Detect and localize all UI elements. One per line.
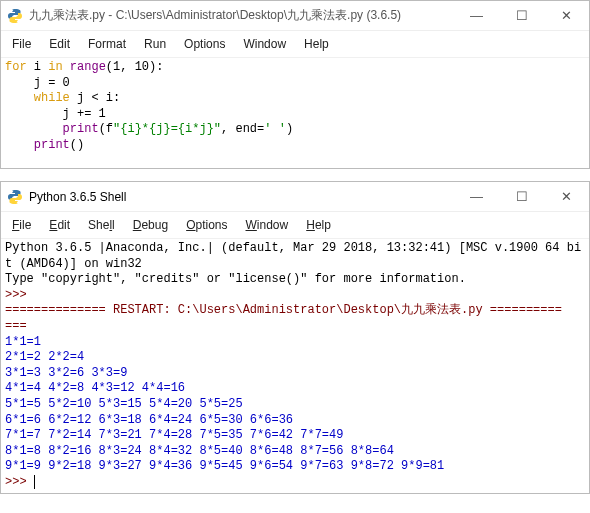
minimize-button[interactable]: —	[454, 1, 499, 31]
shell-window: Python 3.6.5 Shell — ☐ ✕ FileEditShellDe…	[0, 181, 590, 494]
menu-debug[interactable]: Debug	[124, 216, 177, 234]
shell-title: Python 3.6.5 Shell	[29, 190, 454, 204]
menu-format[interactable]: Format	[79, 35, 135, 53]
window-buttons: — ☐ ✕	[454, 1, 589, 31]
maximize-button[interactable]: ☐	[499, 1, 544, 31]
banner-text: Type "copyright", "credits" or "license(…	[5, 272, 466, 286]
editor-menubar: File Edit Format Run Options Window Help	[1, 31, 589, 58]
close-button[interactable]: ✕	[544, 1, 589, 31]
shell-output[interactable]: Python 3.6.5 |Anaconda, Inc.| (default, …	[1, 239, 589, 493]
code-text	[63, 60, 70, 74]
code-string: "{i}*{j}={i*j}"	[113, 122, 221, 136]
banner-text: t (AMD64)] on win32	[5, 257, 142, 271]
code-text	[5, 91, 34, 105]
banner-text: Python 3.6.5 |Anaconda, Inc.| (default, …	[5, 241, 581, 255]
code-builtin: print	[63, 122, 99, 136]
menu-file[interactable]: File	[3, 35, 40, 53]
output-line: 2*1=2 2*2=4	[5, 350, 84, 364]
code-text: (f	[99, 122, 113, 136]
code-builtin: range	[70, 60, 106, 74]
editor-titlebar[interactable]: 九九乘法表.py - C:\Users\Administrator\Deskto…	[1, 1, 589, 31]
editor-window: 九九乘法表.py - C:\Users\Administrator\Deskto…	[0, 0, 590, 169]
menu-options[interactable]: Options	[177, 216, 236, 234]
output-line: 7*1=7 7*2=14 7*3=21 7*4=28 7*5=35 7*6=42…	[5, 428, 343, 442]
shell-prompt: >>>	[5, 288, 27, 302]
minimize-button[interactable]: —	[454, 182, 499, 212]
output-line: 8*1=8 8*2=16 8*3=24 8*4=32 8*5=40 8*6=48…	[5, 444, 394, 458]
text-cursor	[34, 475, 35, 489]
code-builtin: print	[34, 138, 70, 152]
code-text: ()	[70, 138, 84, 152]
code-string: ' '	[264, 122, 286, 136]
code-text: )	[286, 122, 293, 136]
shell-prompt: >>>	[5, 475, 27, 489]
restart-text: ===	[5, 319, 27, 333]
output-line: 5*1=5 5*2=10 5*3=15 5*4=20 5*5=25	[5, 397, 243, 411]
window-buttons: — ☐ ✕	[454, 182, 589, 212]
output-line: 9*1=9 9*2=18 9*3=27 9*4=36 9*5=45 9*6=54…	[5, 459, 444, 473]
output-line: 4*1=4 4*2=8 4*3=12 4*4=16	[5, 381, 185, 395]
menu-help[interactable]: Help	[295, 35, 338, 53]
svg-point-2	[12, 191, 13, 192]
svg-point-1	[17, 20, 18, 21]
code-text: i	[27, 60, 49, 74]
python-icon	[7, 8, 23, 24]
svg-point-3	[17, 201, 18, 202]
code-text: (1, 10):	[106, 60, 164, 74]
output-line: 3*1=3 3*2=6 3*3=9	[5, 366, 127, 380]
menu-window[interactable]: Window	[237, 216, 298, 234]
code-text: j < i:	[70, 91, 120, 105]
close-button[interactable]: ✕	[544, 182, 589, 212]
menu-shell[interactable]: Shell	[79, 216, 124, 234]
code-text: j += 1	[5, 107, 106, 121]
code-text: j = 0	[5, 76, 70, 90]
shell-titlebar[interactable]: Python 3.6.5 Shell — ☐ ✕	[1, 182, 589, 212]
python-icon	[7, 189, 23, 205]
output-line: 6*1=6 6*2=12 6*3=18 6*4=24 6*5=30 6*6=36	[5, 413, 293, 427]
menu-options[interactable]: Options	[175, 35, 234, 53]
menu-run[interactable]: Run	[135, 35, 175, 53]
menu-window[interactable]: Window	[234, 35, 295, 53]
svg-point-0	[12, 10, 13, 11]
code-keyword: while	[34, 91, 70, 105]
restart-text: ============== RESTART: C:\Users\Adminis…	[5, 303, 562, 317]
code-keyword: for	[5, 60, 27, 74]
code-text: , end=	[221, 122, 264, 136]
menu-edit[interactable]: Edit	[40, 216, 79, 234]
menu-help[interactable]: Help	[297, 216, 340, 234]
menu-edit[interactable]: Edit	[40, 35, 79, 53]
menu-file[interactable]: File	[3, 216, 40, 234]
code-text	[5, 138, 34, 152]
code-keyword: in	[48, 60, 62, 74]
code-text	[5, 122, 63, 136]
code-editor[interactable]: for i in range(1, 10): j = 0 while j < i…	[1, 58, 589, 168]
maximize-button[interactable]: ☐	[499, 182, 544, 212]
output-line: 1*1=1	[5, 335, 41, 349]
shell-menubar: FileEditShellDebugOptionsWindowHelp	[1, 212, 589, 239]
editor-title: 九九乘法表.py - C:\Users\Administrator\Deskto…	[29, 7, 454, 24]
